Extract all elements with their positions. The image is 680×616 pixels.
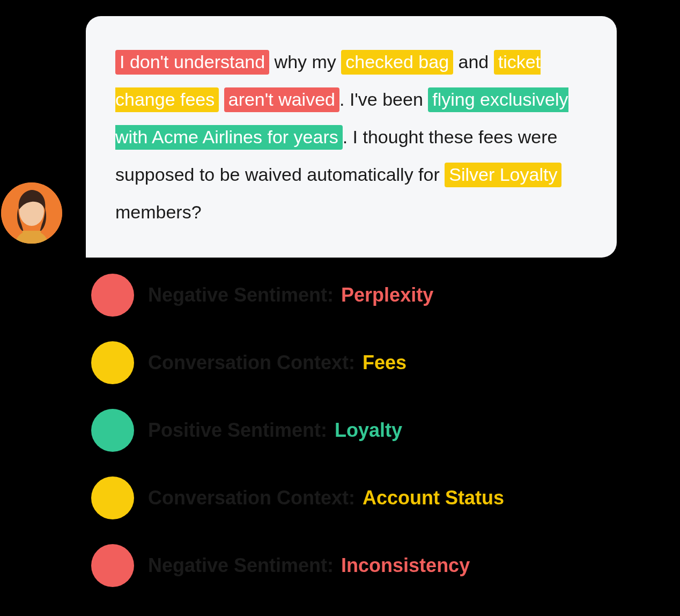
avatar-person-icon [1, 182, 62, 244]
legend-dot-green [91, 409, 134, 452]
legend-value: Inconsistency [341, 554, 470, 577]
sentiment-analysis-panel: I don't understand why my checked bag an… [0, 0, 680, 616]
legend-dot-red [91, 544, 134, 587]
legend-label: Negative Sentiment: [148, 554, 334, 577]
legend-row: Positive Sentiment:Loyalty [91, 409, 606, 452]
legend-row: Conversation Context:Fees [91, 341, 606, 384]
legend-text: Positive Sentiment:Loyalty [148, 419, 402, 442]
highlight-yellow: Silver Loyalty [445, 163, 561, 187]
legend-text: Conversation Context:Account Status [148, 487, 504, 509]
legend-text: Negative Sentiment:Perplexity [148, 284, 433, 306]
customer-message-text: I don't understand why my checked bag an… [115, 43, 587, 231]
highlight-red: aren't waived [224, 87, 339, 112]
legend-value: Loyalty [335, 419, 402, 442]
legend-row: Negative Sentiment:Perplexity [91, 274, 606, 317]
legend-dot-red [91, 274, 134, 317]
customer-avatar [1, 182, 62, 244]
legend-label: Conversation Context: [148, 487, 355, 509]
legend-value: Fees [363, 351, 406, 374]
legend-label: Negative Sentiment: [148, 284, 334, 306]
legend-label: Positive Sentiment: [148, 419, 327, 442]
customer-message-bubble: I don't understand why my checked bag an… [86, 16, 617, 258]
legend-text: Negative Sentiment:Inconsistency [148, 554, 470, 577]
legend-label: Conversation Context: [148, 351, 355, 374]
legend-dot-yellow [91, 476, 134, 519]
annotation-legend: Negative Sentiment:PerplexityConversatio… [91, 274, 606, 612]
legend-row: Negative Sentiment:Inconsistency [91, 544, 606, 587]
legend-text: Conversation Context:Fees [148, 351, 406, 374]
legend-dot-yellow [91, 341, 134, 384]
legend-value: Perplexity [341, 284, 433, 306]
legend-row: Conversation Context:Account Status [91, 476, 606, 519]
highlight-red: I don't understand [115, 50, 269, 75]
highlight-yellow: checked bag [341, 50, 453, 75]
legend-value: Account Status [363, 487, 504, 509]
